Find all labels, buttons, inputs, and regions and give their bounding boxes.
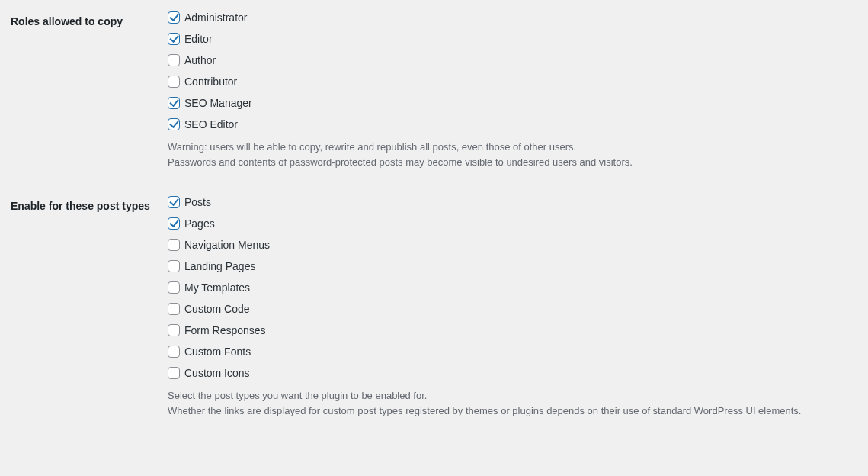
roles-heading: Roles allowed to copy (0, 0, 168, 185)
post-types-description: Select the post types you want the plugi… (168, 388, 860, 418)
role-label-administrator: Administrator (184, 11, 247, 24)
post-type-checkbox-custom-fonts[interactable] (168, 346, 180, 358)
post-type-label-posts: Posts (184, 196, 211, 208)
role-option-administrator[interactable]: Administrator (168, 11, 860, 24)
post-type-option-form-responses[interactable]: Form Responses (168, 324, 860, 336)
role-checkbox-author[interactable] (168, 54, 180, 66)
role-checkbox-editor[interactable] (168, 33, 180, 45)
post-type-label-navigation-menus: Navigation Menus (184, 239, 270, 251)
post-type-checkbox-landing-pages[interactable] (168, 260, 180, 272)
role-checkbox-administrator[interactable] (168, 11, 180, 24)
post-types-desc-line2: Whether the links are displayed for cust… (168, 405, 801, 416)
post-type-label-my-templates: My Templates (184, 281, 250, 294)
post-type-option-custom-fonts[interactable]: Custom Fonts (168, 346, 860, 358)
post-type-label-custom-icons: Custom Icons (184, 367, 250, 379)
roles-desc-line1: Warning: users will be able to copy, rew… (168, 141, 576, 153)
post-type-checkbox-custom-icons[interactable] (168, 367, 180, 379)
post-type-label-pages: Pages (184, 217, 215, 230)
post-type-option-navigation-menus[interactable]: Navigation Menus (168, 239, 860, 251)
post-type-checkbox-pages[interactable] (168, 217, 180, 230)
role-option-seo-manager[interactable]: SEO Manager (168, 97, 860, 109)
role-label-editor: Editor (184, 33, 213, 45)
roles-desc-line2: Passwords and contents of password-prote… (168, 156, 633, 168)
role-option-author[interactable]: Author (168, 54, 860, 66)
roles-checkbox-group: AdministratorEditorAuthorContributorSEO … (168, 11, 860, 130)
roles-description: Warning: users will be able to copy, rew… (168, 140, 860, 169)
role-label-contributor: Contributor (184, 76, 237, 88)
role-checkbox-contributor[interactable] (168, 76, 180, 88)
post-type-label-custom-code: Custom Code (184, 303, 250, 315)
role-checkbox-seo-editor[interactable] (168, 118, 180, 130)
role-checkbox-seo-manager[interactable] (168, 97, 180, 109)
post-type-option-posts[interactable]: Posts (168, 196, 860, 208)
post-type-option-pages[interactable]: Pages (168, 217, 860, 230)
role-label-seo-editor: SEO Editor (184, 118, 238, 130)
post-type-checkbox-navigation-menus[interactable] (168, 239, 180, 251)
role-option-editor[interactable]: Editor (168, 33, 860, 45)
role-option-seo-editor[interactable]: SEO Editor (168, 118, 860, 130)
post-type-option-my-templates[interactable]: My Templates (168, 281, 860, 294)
post-types-desc-line1: Select the post types you want the plugi… (168, 390, 427, 401)
settings-table: Roles allowed to copy AdministratorEdito… (0, 0, 868, 433)
role-label-author: Author (184, 54, 216, 66)
post-type-option-custom-icons[interactable]: Custom Icons (168, 367, 860, 379)
post-types-checkbox-group: PostsPagesNavigation MenusLanding PagesM… (168, 196, 860, 379)
post-type-checkbox-custom-code[interactable] (168, 303, 180, 315)
post-types-cell: PostsPagesNavigation MenusLanding PagesM… (168, 185, 868, 433)
roles-cell: AdministratorEditorAuthorContributorSEO … (168, 0, 868, 185)
post-type-checkbox-posts[interactable] (168, 196, 180, 208)
post-type-option-custom-code[interactable]: Custom Code (168, 303, 860, 315)
post-type-checkbox-my-templates[interactable] (168, 281, 180, 294)
role-label-seo-manager: SEO Manager (184, 97, 252, 109)
post-type-option-landing-pages[interactable]: Landing Pages (168, 260, 860, 272)
role-option-contributor[interactable]: Contributor (168, 76, 860, 88)
post-types-heading: Enable for these post types (0, 185, 168, 433)
post-type-label-custom-fonts: Custom Fonts (184, 346, 251, 358)
post-type-checkbox-form-responses[interactable] (168, 324, 180, 336)
post-type-label-landing-pages: Landing Pages (184, 260, 255, 272)
post-type-label-form-responses: Form Responses (184, 324, 266, 336)
